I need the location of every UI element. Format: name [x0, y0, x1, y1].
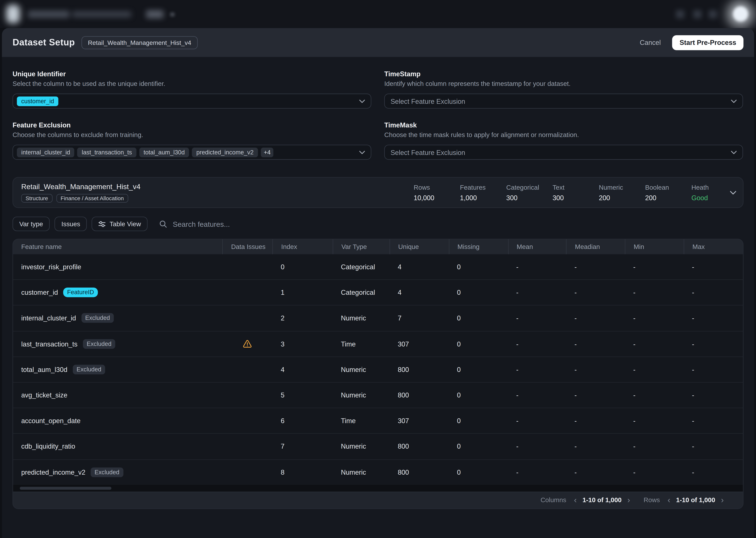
feature-name: predicted_income_v2 — [21, 468, 85, 476]
table-pagination: Columns ‹ 1-10 of 1,000 › Rows ‹ 1-10 of… — [13, 492, 743, 508]
rows-prev-icon[interactable]: ‹ — [667, 496, 671, 504]
missing-cell: 0 — [449, 280, 508, 305]
column-header-min[interactable]: Min — [625, 240, 684, 254]
index-cell: 4 — [273, 357, 333, 382]
columns-pagination-label: Columns — [541, 497, 566, 504]
dataset-stat: Heath Good — [691, 184, 721, 201]
nav-icon-3[interactable] — [709, 10, 717, 18]
nav-icon-1[interactable] — [676, 10, 684, 18]
max-cell: - — [684, 306, 743, 331]
unique-identifier-dropdown[interactable]: customer_id — [13, 94, 371, 109]
table-row[interactable]: total_aum_l30d Excluded 4 Numeric 800 0 … — [13, 356, 743, 382]
columns-next-icon[interactable]: › — [627, 496, 631, 504]
cancel-button[interactable]: Cancel — [635, 36, 666, 49]
stat-label: Numeric — [599, 184, 645, 191]
unique-cell: 7 — [390, 306, 449, 331]
index-cell: 1 — [273, 280, 333, 305]
column-header-feature-name[interactable]: Feature name — [13, 240, 222, 254]
dataset-stat: Boolean 200 — [645, 184, 691, 201]
index-cell: 7 — [273, 434, 333, 459]
feature-exclusion-label: Feature Exclusion — [13, 121, 371, 129]
feature-name: cdb_liquidity_ratio — [21, 443, 75, 450]
var-type-cell: Numeric — [333, 357, 390, 382]
excluded-feature-chip[interactable]: last_transaction_ts — [77, 147, 136, 157]
more-chips-badge[interactable]: +4 — [261, 147, 273, 157]
project-name-blurred[interactable] — [72, 11, 131, 17]
min-cell: - — [625, 357, 684, 382]
unique-cell: 800 — [390, 459, 449, 485]
columns-prev-icon[interactable]: ‹ — [573, 496, 578, 504]
table-view-label: Table View — [110, 220, 141, 227]
issues-filter-button[interactable]: Issues — [55, 217, 87, 231]
max-cell: - — [684, 459, 743, 485]
search-input[interactable] — [172, 219, 299, 229]
stat-value: Good — [691, 194, 721, 201]
column-header-index[interactable]: Index — [273, 240, 333, 254]
stat-label: Heath — [691, 184, 721, 191]
max-cell: - — [684, 331, 743, 356]
feature-id-badge: FeatureID — [63, 288, 98, 297]
warning-icon — [243, 340, 252, 348]
table-view-button[interactable]: Table View — [92, 217, 148, 231]
chevron-down-icon[interactable] — [170, 13, 175, 17]
column-header-meadian[interactable]: Meadian — [566, 240, 625, 254]
var-type-cell: Numeric — [333, 306, 390, 331]
feature-search — [159, 219, 299, 229]
column-header-data-issues[interactable]: Data Issues — [222, 240, 272, 254]
column-header-max[interactable]: Max — [684, 240, 743, 254]
median-cell: - — [566, 280, 625, 305]
column-header-mean[interactable]: Mean — [508, 240, 566, 254]
missing-cell: 0 — [449, 306, 508, 331]
feature-name-cell: avg_ticket_size — [13, 383, 222, 407]
data-issues-cell — [222, 331, 272, 356]
feature-exclusion-dropdown[interactable]: internal_cluster_idlast_transaction_tsto… — [13, 145, 371, 160]
sliders-icon — [99, 220, 106, 227]
feature-name-cell: customer_id FeatureID — [13, 280, 222, 305]
avatar[interactable] — [733, 6, 748, 22]
unique-cell: 800 — [390, 434, 449, 459]
timestamp-dropdown[interactable]: Select Feature Exclusion — [384, 94, 743, 109]
feature-exclusion-chips: internal_cluster_idlast_transaction_tsto… — [17, 147, 276, 157]
feature-name-cell: cdb_liquidity_ratio — [13, 434, 222, 459]
mean-cell: - — [508, 306, 566, 331]
selected-unique-identifier-chip[interactable]: customer_id — [17, 96, 58, 106]
median-cell: - — [566, 383, 625, 407]
table-row[interactable]: predicted_income_v2 Excluded 8 Numeric 8… — [13, 459, 743, 485]
table-row[interactable]: cdb_liquidity_ratio 7 Numeric 800 0 - - … — [13, 433, 743, 459]
horizontal-scrollbar[interactable] — [13, 485, 743, 492]
table-row[interactable]: last_transaction_ts Excluded 3 Time 307 … — [13, 331, 743, 356]
unique-cell: 800 — [390, 357, 449, 382]
missing-cell: 0 — [449, 434, 508, 459]
table-row[interactable]: investor_risk_profile 0 Categorical 4 0 … — [13, 254, 743, 279]
column-header-unique[interactable]: Unique — [390, 240, 449, 254]
column-header-var-type[interactable]: Var Type — [333, 240, 390, 254]
median-cell: - — [566, 408, 625, 433]
dataset-stats: Rows 10,000 Features 1,000 Categorical 3… — [262, 184, 721, 201]
table-row[interactable]: avg_ticket_size 5 Numeric 800 0 - - - - — [13, 382, 743, 408]
columns-range: 1-10 of 1,000 — [583, 497, 622, 504]
start-pre-process-button[interactable]: Start Pre-Process — [672, 35, 743, 50]
rows-next-icon[interactable]: › — [720, 496, 725, 504]
dataset-stat: Numeric 200 — [599, 184, 645, 201]
column-header-missing[interactable]: Missing — [449, 240, 508, 254]
table-row[interactable]: customer_id FeatureID 1 Categorical 4 0 … — [13, 279, 743, 305]
scrollbar-thumb[interactable] — [20, 487, 111, 490]
chevron-down-icon[interactable] — [730, 190, 736, 195]
stat-value: 300 — [553, 194, 599, 201]
feature-name: account_open_date — [21, 417, 80, 425]
app-logo[interactable] — [6, 5, 20, 23]
unique-cell: 4 — [390, 254, 449, 279]
min-cell: - — [625, 306, 684, 331]
excluded-feature-chip[interactable]: internal_cluster_id — [17, 147, 74, 157]
median-cell: - — [566, 306, 625, 331]
nav-icon-2[interactable] — [693, 10, 701, 18]
excluded-feature-chip[interactable]: total_aum_l30d — [139, 147, 189, 157]
table-row[interactable]: account_open_date 6 Time 307 0 - - - - — [13, 408, 743, 433]
table-row[interactable]: internal_cluster_id Excluded 2 Numeric 7… — [13, 305, 743, 331]
timemask-dropdown[interactable]: Select Feature Exclusion — [384, 145, 743, 160]
unique-identifier-description: Select the column to be used as the uniq… — [13, 80, 371, 87]
index-cell: 5 — [273, 383, 333, 407]
data-issues-cell — [222, 280, 272, 305]
excluded-feature-chip[interactable]: predicted_income_v2 — [192, 147, 258, 157]
var-type-filter-button[interactable]: Var type — [13, 217, 50, 231]
